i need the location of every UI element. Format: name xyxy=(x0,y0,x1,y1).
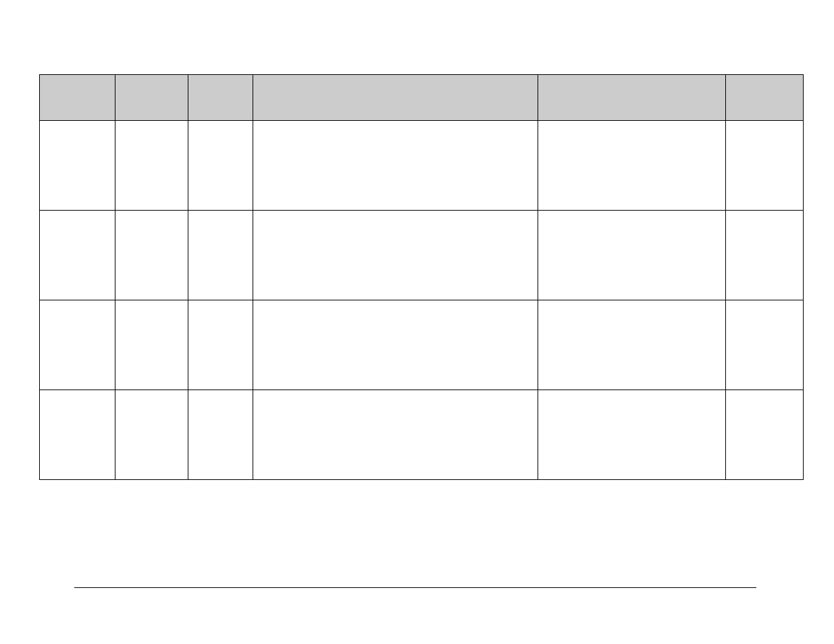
table-header-cell xyxy=(253,75,538,121)
table-cell xyxy=(726,390,804,480)
table-cell xyxy=(115,390,188,480)
table-row xyxy=(40,390,804,480)
table-cell xyxy=(253,121,538,211)
table-cell xyxy=(40,211,115,300)
table-cell xyxy=(188,300,253,390)
table-cell xyxy=(40,300,115,390)
table-header-row xyxy=(40,75,804,121)
table-header-cell xyxy=(726,75,804,121)
table-cell xyxy=(115,211,188,300)
table-cell xyxy=(40,390,115,480)
table-cell xyxy=(188,390,253,480)
table-cell xyxy=(538,390,726,480)
table-cell xyxy=(40,121,115,211)
table-cell xyxy=(253,211,538,300)
table-row xyxy=(40,211,804,300)
table-cell xyxy=(115,300,188,390)
table-row xyxy=(40,300,804,390)
table-cell xyxy=(726,300,804,390)
footer-divider xyxy=(74,587,756,588)
document-page xyxy=(0,0,834,644)
table-cell xyxy=(253,390,538,480)
table-cell xyxy=(253,300,538,390)
table-cell xyxy=(726,121,804,211)
table-cell xyxy=(538,300,726,390)
table-cell xyxy=(188,211,253,300)
table-header-cell xyxy=(188,75,253,121)
table-cell xyxy=(538,211,726,300)
table-header-cell xyxy=(40,75,115,121)
table-header-cell xyxy=(538,75,726,121)
table-row xyxy=(40,121,804,211)
table-cell xyxy=(188,121,253,211)
data-table xyxy=(39,74,804,480)
table-cell xyxy=(726,211,804,300)
table-cell xyxy=(538,121,726,211)
table-header-cell xyxy=(115,75,188,121)
table-cell xyxy=(115,121,188,211)
